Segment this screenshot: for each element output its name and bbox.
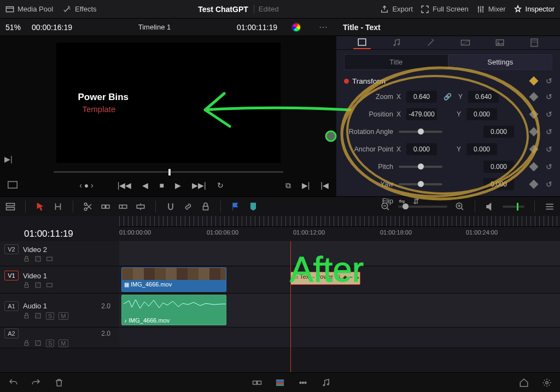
a2-badge[interactable]: A2 [4,329,19,338]
viewer-scrubber[interactable] [0,169,336,174]
timeline-view-button[interactable] [5,202,15,212]
clip-title-1[interactable]: ▭Text - Power Bi... ◆ ~ ◆ [290,272,360,285]
yaw-slider[interactable] [399,183,442,185]
anchor-reset[interactable]: ↺ [546,145,552,154]
a1-badge[interactable]: A1 [4,301,19,311]
prev-edit-button[interactable]: |◀ [318,180,331,191]
source-timecode[interactable]: 00:00:16:19 [32,23,72,32]
position-y-field[interactable] [466,108,497,120]
zoom-reset[interactable]: ↺ [546,92,552,101]
lock-icon[interactable] [23,255,30,262]
delete-button[interactable] [54,377,65,388]
overwrite-button[interactable] [118,202,128,212]
timeline-zoom-slider[interactable] [398,206,447,208]
matchframe-icon[interactable]: ⧉ [283,180,293,191]
snap-button[interactable] [166,202,176,212]
page-fairlight[interactable] [320,377,331,388]
inspector-tab-image[interactable] [491,36,509,49]
page-cut[interactable] [252,377,262,388]
inspector-tab-effects[interactable] [422,36,440,49]
blade-tool[interactable] [83,202,93,212]
playhead[interactable] [290,241,291,372]
pitch-slider[interactable] [399,166,442,168]
v1-badge[interactable]: V1 [4,271,19,280]
subtab-title[interactable]: Title [344,54,448,70]
mute-button[interactable]: M [59,312,68,320]
yaw-field[interactable] [483,178,514,190]
solo-button[interactable]: S [46,312,54,320]
settings-button[interactable] [541,377,552,388]
export-button[interactable]: Export [380,5,413,14]
subtab-settings[interactable]: Settings [448,54,553,70]
record-timecode[interactable]: 01:00:11:19 [237,23,277,32]
inspector-tab-file[interactable] [526,36,543,49]
safe-area-button[interactable] [5,180,20,191]
pitch-field[interactable] [483,161,514,173]
auto-select-icon[interactable] [34,312,42,319]
viewer-canvas[interactable]: Power Bins Template [56,43,281,163]
auto-select-icon[interactable] [34,282,42,289]
match-frame-button[interactable]: ‹ ● › [77,180,96,191]
undo-button[interactable] [8,377,19,388]
pitch-keyframe[interactable] [529,162,539,172]
transform-header[interactable]: Transform ↺ [344,77,552,85]
video-enable-icon[interactable] [46,282,53,289]
first-frame-button[interactable]: |◀◀ [115,180,134,191]
lock-icon[interactable] [23,312,30,319]
home-button[interactable] [518,377,529,388]
rotation-reset[interactable]: ↺ [546,127,552,136]
solo-button[interactable]: S [46,340,54,347]
play-button[interactable]: ▶ [173,180,183,191]
next-edit-button[interactable]: ▶| [300,180,312,191]
inspector-tab-transition[interactable] [457,36,474,49]
clip-audio-1[interactable]: ♪IMG_4666.mov [121,295,226,325]
loop-button[interactable]: ↻ [215,180,226,191]
inspector-tab-audio[interactable] [388,36,405,49]
bypass-color-button[interactable] [288,22,305,32]
volume-slider[interactable] [503,206,524,208]
zoom-link-icon[interactable]: 🔗 [444,93,452,101]
rotation-keyframe[interactable] [529,127,539,137]
v1-body[interactable]: ▦IMG_4666.mov ▭Text - Power Bi... ◆ ~ ◆ [119,266,560,293]
selection-tool[interactable] [36,202,45,212]
zoom-keyframe[interactable] [529,92,539,102]
lock-icon[interactable] [23,340,30,347]
zoom-x-field[interactable] [406,91,437,103]
link-button[interactable] [183,202,193,212]
position-x-field[interactable] [406,108,437,120]
video-enable-icon[interactable] [46,255,53,262]
pitch-reset[interactable]: ↺ [546,162,552,171]
marker-button[interactable] [248,202,258,212]
trim-tool[interactable] [53,202,63,212]
inspector-button[interactable]: Inspector [514,5,555,14]
position-reset[interactable]: ↺ [546,110,552,119]
rotation-slider[interactable] [399,131,442,133]
timeline-name[interactable]: Timeline 1 [83,23,226,31]
section-enable-dot[interactable] [344,79,349,84]
yaw-reset[interactable]: ↺ [546,180,552,189]
anchor-x-field[interactable] [406,143,437,155]
lock-button[interactable] [201,202,211,212]
transform-keyframe[interactable] [529,77,539,86]
anchor-y-field[interactable] [466,143,497,155]
zoom-y-field[interactable] [468,91,499,103]
timeline-ruler[interactable] [119,216,560,227]
auto-select-icon[interactable] [34,255,42,262]
timeline-current-tc[interactable]: 01:00:11:19 [0,227,119,241]
v2-badge[interactable]: V2 [4,244,19,254]
lock-icon[interactable] [23,282,30,289]
auto-select-icon[interactable] [34,340,42,347]
effects-button[interactable]: Effects [63,5,97,14]
fullscreen-button[interactable]: Full Screen [421,5,469,14]
inspector-tab-video[interactable] [353,36,371,49]
anchor-keyframe[interactable] [529,145,539,154]
flag-button[interactable] [231,202,241,212]
position-keyframe[interactable] [529,110,539,119]
clip-video-1[interactable]: ▦IMG_4666.mov [121,267,226,292]
insert-button[interactable] [101,202,110,212]
step-forward-icon[interactable]: ▶| [4,155,13,163]
a2-body[interactable] [119,327,560,348]
page-fusion[interactable] [298,377,308,388]
viewer-options-button[interactable]: ⋯ [316,22,331,32]
yaw-keyframe[interactable] [529,180,539,189]
